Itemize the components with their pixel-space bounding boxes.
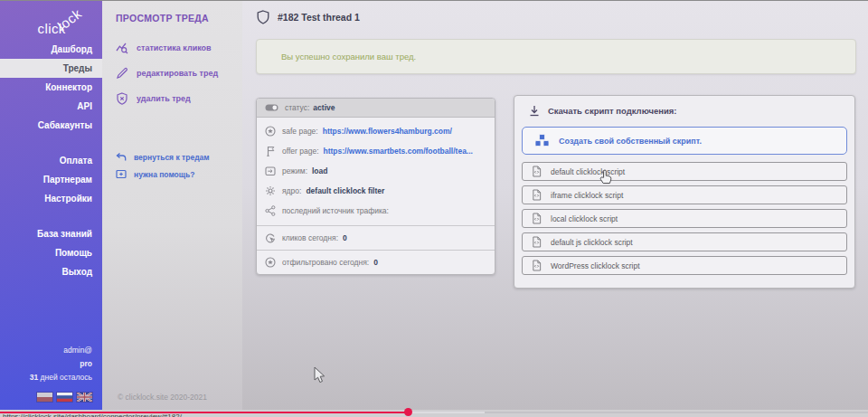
row-label: ядро: (282, 186, 301, 195)
link-back-to-threads[interactable]: вернуться к тредам (116, 148, 210, 166)
flag-russia-icon[interactable] (57, 393, 72, 402)
row-filtered-today: отфильтровано сегодня: 0 (257, 251, 495, 274)
sidebar-item-help[interactable]: Помощь (0, 243, 102, 262)
sidebar-item-payment[interactable]: Оплата (0, 151, 102, 170)
row-mode: режим: load (257, 161, 495, 181)
row-value: load (312, 166, 327, 175)
sidebar-item-dashboard[interactable]: Дашборд (0, 40, 102, 59)
success-alert: Вы успешно сохранили ваш тред. (256, 39, 856, 74)
success-alert-text: Вы успешно сохранили ваш тред. (281, 52, 416, 62)
row-core: ядро: default clicklock filter (257, 181, 495, 201)
toggle-on-icon[interactable] (265, 104, 278, 111)
account-email: admin@ (30, 344, 92, 357)
script-button-default[interactable]: default clicklock script (522, 162, 847, 181)
script-button-local[interactable]: local clicklock script (522, 209, 847, 228)
status-value: active (313, 103, 335, 112)
thread-info-rows: safe page: https://www.flowers4hamburg.c… (257, 118, 495, 225)
script-button-label: WordPress clicklock script (551, 261, 640, 270)
script-button-wordpress[interactable]: WordPress clicklock script (522, 256, 847, 275)
action-label: удалить тред (137, 94, 191, 103)
language-flags (37, 393, 92, 402)
click-stats-icon (116, 42, 128, 54)
row-label: последний источник трафика: (282, 206, 389, 215)
script-button-default-js[interactable]: default js clicklock script (522, 232, 847, 251)
sidebar-item-partners[interactable]: Партнерам (0, 170, 102, 189)
status-label: статус: (285, 103, 309, 112)
sidebar-item-knowledge-base[interactable]: База знаний (0, 224, 102, 243)
scripts-card-title: Скачать скрипт подключения: (548, 106, 677, 116)
page-title: #182 Test thread 1 (278, 12, 360, 23)
script-button-label: iframe clicklock script (551, 191, 623, 200)
sidebar-item-logout[interactable]: Выход (0, 262, 102, 281)
account-info: admin@ pro 31 дней осталось (30, 344, 92, 384)
action-delete-thread[interactable]: удалить тред (116, 86, 218, 111)
share-icon (265, 205, 276, 216)
gear-icon (265, 185, 276, 196)
offer-page-link[interactable]: https://www.smartbets.com/football/tea..… (324, 147, 473, 156)
row-safe-page: safe page: https://www.flowers4hamburg.c… (257, 121, 495, 141)
copyright: © clicklock.site 2020-2021 (118, 393, 207, 402)
sidebar-item-settings[interactable]: Настройки (0, 189, 102, 208)
download-icon (529, 105, 540, 117)
script-button-label: local clicklock script (551, 214, 618, 223)
click-circle-icon (265, 232, 276, 243)
action-edit-thread[interactable]: редактировать тред (116, 61, 218, 86)
file-code-icon (532, 213, 542, 224)
thread-view-panel: ПРОСМОТР ТРЕДА статистика кликов (102, 1, 242, 411)
action-label: статистика кликов (137, 43, 212, 52)
counter-label: отфильтровано сегодня: (282, 258, 369, 267)
shield-icon (257, 10, 269, 24)
sidebar-item-threads[interactable]: Треды (0, 59, 102, 78)
action-label: редактировать тред (137, 69, 218, 78)
panel-links: вернуться к тредам нужна помощь? (116, 148, 210, 183)
flag-pole-icon (265, 146, 276, 156)
row-clicks-today: кликов сегодня: 0 (257, 226, 495, 250)
app-window: clicklock Дашборд Треды Коннектор API Са… (0, 0, 868, 417)
file-code-icon (532, 260, 542, 271)
file-code-icon (532, 236, 542, 248)
create-custom-script-button[interactable]: Создать свой собственный скрипт. (522, 127, 847, 155)
link-need-help[interactable]: нужна помощь? (116, 166, 210, 183)
panel-title: ПРОСМОТР ТРЕДА (116, 13, 209, 24)
flag-uk-icon[interactable] (77, 393, 92, 402)
video-progress-bar[interactable] (0, 412, 409, 413)
video-progress-track (485, 412, 868, 413)
thread-status-header: статус: active (257, 99, 495, 118)
script-button-label: default js clicklock script (551, 238, 633, 247)
row-value: default clicklock filter (306, 186, 384, 195)
row-offer-page: offer page: https://www.smartbets.com/fo… (257, 141, 495, 161)
video-playhead[interactable] (404, 408, 412, 416)
panel-actions: статистика кликов редактировать тред (116, 35, 218, 111)
script-button-label: default clicklock script (551, 167, 625, 176)
safe-page-link[interactable]: https://www.flowers4hamburg.com/ (323, 127, 452, 136)
award-star-icon (265, 257, 276, 268)
counter-label: кликов сегодня: (282, 233, 338, 242)
link-label: вернуться к тредам (134, 153, 210, 162)
clicklock-logo[interactable]: clicklock (38, 21, 90, 37)
flag-white-red-icon[interactable] (37, 393, 52, 402)
message-plus-icon (116, 169, 127, 179)
cubes-icon (534, 134, 550, 147)
counter-value: 0 (373, 258, 378, 267)
action-click-stats[interactable]: статистика кликов (116, 35, 218, 61)
page-header: #182 Test thread 1 (257, 10, 360, 24)
link-label: нужна помощь? (134, 170, 194, 179)
sidebar-item-api[interactable]: API (0, 97, 102, 116)
create-custom-script-label: Создать свой собственный скрипт. (559, 137, 702, 146)
shield-x-icon (116, 92, 128, 105)
row-last-traffic-source: последний источник трафика: (257, 201, 495, 221)
thread-status-card: статус: active safe page: https://www.fl… (256, 98, 495, 275)
counter-value: 0 (343, 233, 347, 242)
sidebar-item-subaccounts[interactable]: Сабакаунты (0, 116, 102, 135)
file-code-icon (532, 166, 542, 177)
script-button-iframe[interactable]: iframe clicklock script (522, 185, 847, 204)
download-scripts-card: Скачать скрипт подключения: Создать свой… (514, 95, 855, 289)
row-label: режим: (282, 166, 307, 175)
sidebar: clicklock Дашборд Треды Коннектор API Са… (0, 1, 102, 411)
file-code-icon (532, 189, 542, 201)
scripts-card-header: Скачать скрипт подключения: (522, 105, 847, 117)
mode-square-icon (265, 166, 276, 176)
pencil-icon (116, 67, 128, 80)
award-star-icon (265, 126, 276, 137)
sidebar-item-connector[interactable]: Коннектор (0, 78, 102, 97)
